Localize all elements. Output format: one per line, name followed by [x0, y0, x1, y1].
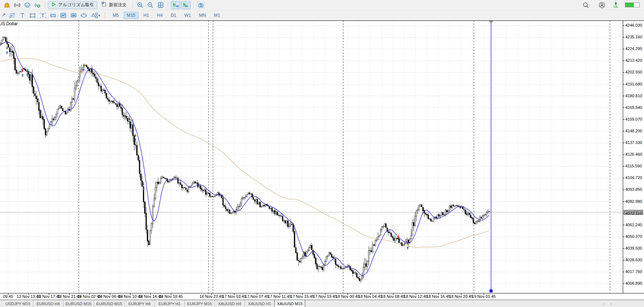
tab-usdjpy-m15[interactable]: USDJPY M15 [3, 300, 33, 307]
tab-xauusd-h4[interactable]: XAUUSD H4 [214, 300, 244, 307]
autoscroll-button[interactable] [171, 1, 180, 9]
price-tick-label: 4246.030 [625, 23, 642, 27]
price-tick-label: 4159.070 [625, 117, 642, 121]
time-tick-label: 19 Nov 01:45 [467, 294, 500, 299]
price-tick-label: 4213.420 [625, 58, 642, 62]
price-tick-label: 4126.460 [625, 152, 642, 156]
svg-text:OK: OK [72, 14, 75, 17]
signals-icon[interactable] [12, 1, 22, 9]
time-tick-label: 14 Nov 18:45 [154, 294, 187, 299]
price-tick-label: 4137.330 [625, 140, 642, 145]
timeframe-d1[interactable]: D1 [168, 12, 180, 19]
new-order-icon [101, 1, 107, 8]
timeframe-h1[interactable]: H1 [140, 12, 152, 19]
price-tick-label: 4039.500 [625, 246, 642, 250]
tab-eurusd-h4[interactable]: EURUSD H4 [33, 300, 63, 307]
timeframe-m5[interactable]: M5 [109, 12, 122, 19]
trendlines-tool-icon[interactable] [7, 11, 17, 19]
main-toolbar: アルゴリズム取引 新規注文 LVL [0, 0, 644, 10]
indicator-window-icon[interactable] [59, 11, 68, 19]
vertical-line-tool-icon[interactable] [18, 11, 27, 19]
price-tick-label: 4093.850 [625, 187, 642, 192]
toolbar-separator [168, 2, 168, 8]
price-axis[interactable]: 4073.142 4246.0304235.1604224.2904213.42… [623, 20, 644, 293]
price-tick-label: 4202.550 [625, 70, 642, 74]
tab-eurusd-m15[interactable]: EURUSD M15 [63, 300, 94, 307]
timeframe-mn[interactable]: MN [196, 12, 209, 19]
tab-eurusd-m15[interactable]: EURUSD M15 [94, 300, 124, 307]
toolbar-separator [193, 2, 194, 8]
timeframe-m1[interactable]: M1 [211, 12, 224, 19]
tab-eurjpy-m15[interactable]: EURJPY M15 [184, 300, 214, 307]
drawing-toolbar: OK ▾ M5M15H1H4D1W1MNM1 [0, 10, 644, 20]
timeframe-h4[interactable]: H4 [154, 12, 166, 19]
price-tick-label: 4050.370 [625, 234, 642, 239]
account-icon[interactable] [597, 1, 607, 9]
ellipse-tool-icon[interactable] [79, 11, 89, 19]
chart-canvas[interactable] [0, 20, 644, 293]
price-tick-label: 4104.720 [625, 175, 642, 180]
level-label: LVL [614, 5, 618, 8]
algo-trading-label: アルゴリズム取引 [58, 2, 94, 8]
chevron-down-icon: ▾ [98, 14, 100, 17]
timeframe-group: M5M15H1H4D1W1MNM1 [109, 12, 223, 19]
toolbar-separator [105, 12, 105, 19]
level-up-icon[interactable]: LVL [613, 2, 618, 8]
objects-menu-icon[interactable]: ▾ [89, 11, 102, 19]
vps-cloud-icon[interactable] [23, 1, 32, 9]
price-label-tool-icon[interactable] [48, 11, 58, 19]
toolbar-separator [132, 2, 133, 8]
tabbar-scroll-left-icon[interactable]: ‹ [603, 301, 604, 307]
chart-area[interactable]: US Dollar [0, 20, 644, 293]
price-tick-label: 4191.680 [625, 82, 642, 86]
toolbar-separator [45, 2, 45, 8]
price-tick-label: 4017.760 [625, 269, 642, 274]
zoom-in-button[interactable] [135, 1, 145, 9]
price-tick-label: 4072.110 [625, 211, 642, 215]
price-tick-label: 4148.200 [625, 129, 642, 133]
time-axis[interactable]: 09:4513 Nov 13:4513 Nov 17:4513 Nov 21:4… [0, 293, 644, 300]
text-tool-icon[interactable] [38, 11, 48, 19]
timeframe-w1[interactable]: W1 [181, 12, 194, 19]
connection-progress-bar [625, 3, 640, 7]
tab-list: USDJPY M15EURUSD H4EURUSD M15EURUSD M15E… [3, 300, 305, 307]
price-tick-label: 4028.630 [625, 258, 642, 262]
price-tick-label: 4115.590 [625, 164, 642, 168]
tabbar-scroll-right-icon[interactable]: › [610, 301, 612, 307]
algo-trading-button[interactable]: アルゴリズム取引 [48, 1, 97, 9]
expert-dialog-icon[interactable]: OK [69, 11, 78, 19]
chart-tab-bar: USDJPY M15EURUSD H4EURUSD M15EURUSD M15E… [0, 300, 644, 307]
timeframe-m15[interactable]: M15 [124, 12, 139, 19]
new-order-label: 新規注文 [109, 2, 127, 8]
symbol-label: US Dollar [0, 21, 18, 26]
tile-windows-button[interactable] [156, 1, 165, 9]
zoom-out-button[interactable] [146, 1, 155, 9]
tab-xauusd-m15[interactable]: XAUUSD M15 [274, 300, 305, 307]
price-tick-label: 4061.240 [625, 223, 642, 227]
market-icon[interactable] [2, 1, 12, 9]
tab-eurjpy-h1[interactable]: EURJPY H1 [154, 300, 184, 307]
price-tick-label: 4180.810 [625, 94, 642, 98]
tab-xauusd-h1[interactable]: XAUUSD H1 [244, 300, 274, 307]
price-tick-label: 4082.980 [625, 199, 642, 204]
search-icon[interactable] [581, 1, 591, 9]
crosshair-tool-icon[interactable] [2, 11, 7, 19]
price-tick-label: 4006.890 [625, 281, 642, 285]
price-tick-label: 4224.290 [625, 46, 642, 51]
price-tick-label: 4235.160 [625, 35, 642, 39]
tab-eurjpy-h4[interactable]: EURJPY H4 [124, 300, 154, 307]
price-tick-label: 4169.940 [625, 105, 642, 110]
shape-rect-tool-icon[interactable] [28, 11, 37, 19]
chart-shift-button[interactable] [181, 1, 191, 9]
screenshot-button[interactable] [196, 1, 206, 9]
play-icon [51, 2, 56, 8]
community-icon[interactable] [33, 1, 42, 9]
new-order-button[interactable]: 新規注文 [98, 1, 130, 9]
